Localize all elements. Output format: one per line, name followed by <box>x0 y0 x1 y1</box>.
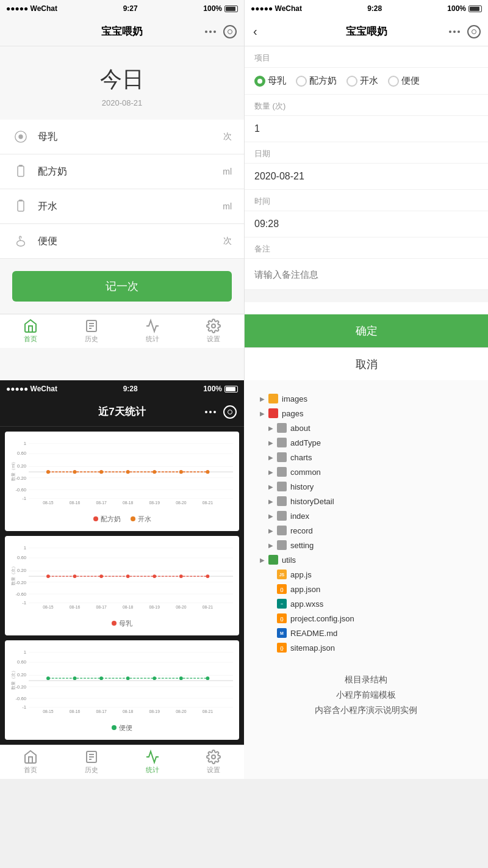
water-unit: ml <box>223 201 232 211</box>
charts-more-icon[interactable] <box>205 411 216 413</box>
left-battery-icon <box>224 5 238 12</box>
tree-item-appwxss[interactable]: ▶ ~ app.wxss <box>244 596 488 611</box>
chart-breast: 1 0.60 0.20 -0.20 -0.60 -1 数量（次） <box>5 536 239 635</box>
time-row[interactable]: 09:28 <box>245 211 488 237</box>
charts-nav-home[interactable]: 首页 <box>0 745 61 779</box>
radio-water[interactable]: 开水 <box>346 75 378 87</box>
nav-item-history[interactable]: 历史 <box>61 314 122 348</box>
tree-label-record: record <box>290 526 482 535</box>
charts-nav-history[interactable]: 历史 <box>61 745 122 779</box>
tree-item-utils[interactable]: ▶ utils <box>244 552 488 567</box>
tree-item-common[interactable]: ▶ common <box>244 465 488 479</box>
svg-text:1: 1 <box>24 545 26 551</box>
tree-label-sitemapjson: sitemap.json <box>290 643 482 653</box>
confirm-button[interactable]: 确定 <box>245 314 488 347</box>
svg-text:08-19: 08-19 <box>149 605 160 609</box>
charts-nav-settings[interactable]: 设置 <box>183 745 244 779</box>
svg-text:08-15: 08-15 <box>43 605 54 609</box>
left-battery-pct: 100% <box>203 4 222 13</box>
radio-formula[interactable]: 配方奶 <box>296 75 337 87</box>
tree-arrow-charts: ▶ <box>267 454 274 461</box>
tree-item-about[interactable]: ▶ about <box>244 421 488 435</box>
notes-input[interactable] <box>245 259 488 289</box>
svg-text:0.20: 0.20 <box>17 672 26 678</box>
nav-item-settings[interactable]: 设置 <box>183 314 244 348</box>
tree-arrow-common: ▶ <box>267 468 274 476</box>
tree-label-images: images <box>282 394 482 403</box>
tree-arrow-images: ▶ <box>259 395 266 402</box>
radio-poop-circle <box>388 76 399 87</box>
tree-item-readme[interactable]: ▶ M README.md <box>244 626 488 640</box>
back-button[interactable]: ‹ <box>253 24 257 38</box>
svg-text:08-19: 08-19 <box>149 501 160 505</box>
file-icon-appwxss: ~ <box>277 599 287 609</box>
cancel-button[interactable]: 取消 <box>245 347 488 380</box>
scan-icon[interactable] <box>223 25 237 38</box>
svg-text:0.60: 0.60 <box>17 555 26 560</box>
tree-item-appjs[interactable]: ▶ JS app.js <box>244 567 488 582</box>
svg-text:-0.60: -0.60 <box>15 487 26 493</box>
record-item-formula[interactable]: 配方奶 ml <box>0 154 244 189</box>
tree-item-charts[interactable]: ▶ charts <box>244 450 488 465</box>
tree-item-record[interactable]: ▶ record <box>244 523 488 538</box>
tree-item-pages[interactable]: ▶ pages <box>244 406 488 421</box>
svg-text:08-16: 08-16 <box>70 709 81 714</box>
tree-item-appjson[interactable]: ▶ {} app.json <box>244 582 488 596</box>
left-signal: ●●●●● WeChat <box>6 4 57 13</box>
file-tree-panel: ▶ images ▶ pages ▶ about ▶ addType <box>244 380 488 779</box>
chart-breast-legend: 母乳 <box>10 617 234 631</box>
tree-arrow-historydetail: ▶ <box>267 497 274 505</box>
tree-item-historydetail[interactable]: ▶ historyDetail <box>244 494 488 508</box>
footer-line1: 根目录结构 <box>250 672 482 687</box>
svg-rect-2 <box>18 166 24 176</box>
folder-icon-images <box>268 394 278 403</box>
water-icon <box>12 198 29 215</box>
svg-text:0.20: 0.20 <box>17 568 26 573</box>
file-icon-projectconfig: {} <box>277 613 287 623</box>
svg-text:0.60: 0.60 <box>17 450 26 456</box>
tree-item-index[interactable]: ▶ index <box>244 508 488 523</box>
folder-icon-about <box>277 423 287 433</box>
quantity-row[interactable]: 1 <box>245 116 488 142</box>
tree-item-addtype[interactable]: ▶ addType <box>244 435 488 450</box>
date-row[interactable]: 2020-08-21 <box>245 164 488 190</box>
nav-item-charts[interactable]: 统计 <box>122 314 183 348</box>
svg-text:数量（ml）: 数量（ml） <box>11 460 16 481</box>
left-nav-bar: 宝宝喂奶 <box>0 17 244 46</box>
svg-point-1 <box>18 134 23 139</box>
footer-line3: 内容含小程序演示说明实例 <box>250 703 482 718</box>
nav-item-home[interactable]: 首页 <box>0 314 61 348</box>
svg-text:0.20: 0.20 <box>17 463 26 469</box>
charts-scan-icon[interactable] <box>223 405 237 419</box>
tree-label-projectconfig: project.config.json <box>290 614 482 623</box>
record-item-poop[interactable]: 便便 次 <box>0 224 244 259</box>
footer-line2: 小程序前端模板 <box>250 687 482 703</box>
record-item-muru[interactable]: 母乳 次 <box>0 120 244 154</box>
tree-item-history[interactable]: ▶ history <box>244 479 488 494</box>
muru-unit: 次 <box>223 131 232 142</box>
right-scan-icon[interactable] <box>467 25 481 38</box>
folder-icon-record <box>277 526 287 535</box>
record-item-water[interactable]: 开水 ml <box>0 189 244 224</box>
file-icon-readme: M <box>277 628 287 638</box>
charts-nav-charts[interactable]: 统计 <box>122 745 183 779</box>
radio-poop[interactable]: 便便 <box>388 75 420 87</box>
left-nav-icons <box>205 25 237 38</box>
tree-arrow-about: ▶ <box>267 424 274 432</box>
more-icon[interactable] <box>205 31 216 33</box>
radio-group: 母乳 配方奶 开水 便便 <box>245 68 488 95</box>
tree-item-sitemapjson[interactable]: ▶ {} sitemap.json <box>244 640 488 655</box>
svg-text:1: 1 <box>24 441 26 446</box>
date-value: 2020-08-21 <box>254 171 478 182</box>
tree-item-projectconfig[interactable]: ▶ {} project.config.json <box>244 611 488 626</box>
radio-muru[interactable]: 母乳 <box>254 75 286 87</box>
svg-text:1: 1 <box>24 649 26 655</box>
svg-text:08-18: 08-18 <box>123 605 134 609</box>
charts-nav-icons <box>205 405 237 419</box>
svg-point-6 <box>17 241 25 246</box>
project-section-label: 项目 <box>245 46 488 68</box>
record-button[interactable]: 记一次 <box>12 271 232 302</box>
tree-item-setting[interactable]: ▶ setting <box>244 538 488 552</box>
right-more-icon[interactable] <box>449 25 460 38</box>
tree-item-images[interactable]: ▶ images <box>244 391 488 406</box>
